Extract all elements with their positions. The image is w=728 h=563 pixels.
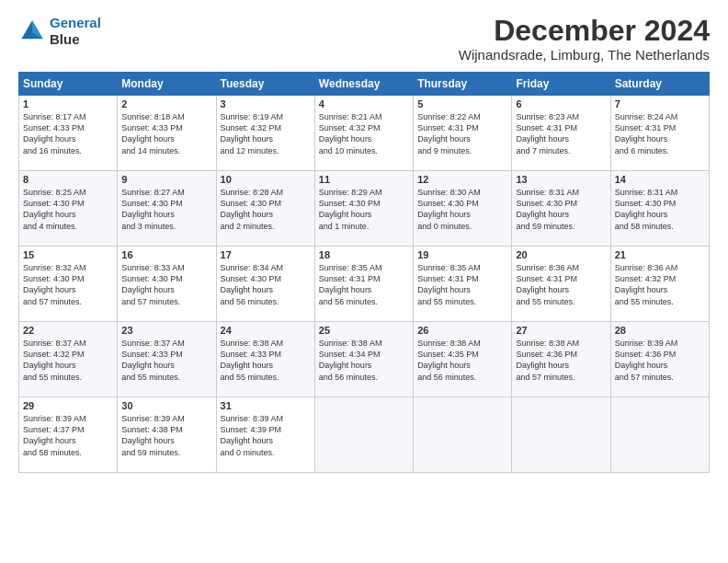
table-row: 18Sunrise: 8:35 AMSunset: 4:31 PMDayligh… (314, 247, 413, 322)
calendar-week-row: 15Sunrise: 8:32 AMSunset: 4:30 PMDayligh… (19, 247, 710, 322)
cell-content: Sunrise: 8:24 AMSunset: 4:31 PMDaylight … (615, 111, 705, 156)
day-number: 8 (23, 174, 113, 185)
logo-icon (18, 17, 46, 45)
table-row: 12Sunrise: 8:30 AMSunset: 4:30 PMDayligh… (414, 171, 512, 247)
day-number: 13 (516, 174, 606, 185)
title-block: December 2024 Wijnandsrade, Limburg, The… (459, 15, 710, 63)
cell-content: Sunrise: 8:37 AMSunset: 4:33 PMDaylight … (121, 338, 211, 383)
col-saturday: Saturday (610, 73, 709, 96)
table-row: 29Sunrise: 8:39 AMSunset: 4:37 PMDayligh… (19, 397, 118, 473)
cell-content: Sunrise: 8:36 AMSunset: 4:31 PMDaylight … (516, 262, 606, 307)
cell-content: Sunrise: 8:34 AMSunset: 4:30 PMDaylight … (221, 262, 311, 307)
table-row: 11Sunrise: 8:29 AMSunset: 4:30 PMDayligh… (314, 171, 413, 247)
cell-content: Sunrise: 8:18 AMSunset: 4:33 PMDaylight … (121, 111, 211, 156)
table-row (512, 397, 610, 473)
calendar-table: Sunday Monday Tuesday Wednesday Thursday… (18, 72, 710, 473)
day-number: 28 (615, 325, 705, 336)
table-row: 23Sunrise: 8:37 AMSunset: 4:33 PMDayligh… (118, 322, 216, 397)
table-row: 30Sunrise: 8:39 AMSunset: 4:38 PMDayligh… (118, 397, 216, 473)
day-number: 6 (516, 98, 606, 109)
day-number: 20 (516, 249, 606, 260)
cell-content: Sunrise: 8:39 AMSunset: 4:38 PMDaylight … (121, 413, 211, 458)
day-number: 1 (23, 98, 113, 109)
cell-content: Sunrise: 8:30 AMSunset: 4:30 PMDaylight … (417, 187, 507, 232)
day-number: 15 (23, 249, 113, 260)
day-number: 12 (417, 174, 507, 185)
cell-content: Sunrise: 8:38 AMSunset: 4:36 PMDaylight … (516, 338, 606, 383)
day-number: 18 (319, 249, 409, 260)
table-row (314, 397, 413, 473)
table-row: 17Sunrise: 8:34 AMSunset: 4:30 PMDayligh… (216, 247, 314, 322)
table-row: 27Sunrise: 8:38 AMSunset: 4:36 PMDayligh… (512, 322, 610, 397)
cell-content: Sunrise: 8:22 AMSunset: 4:31 PMDaylight … (417, 111, 507, 156)
table-row (610, 397, 709, 473)
day-number: 2 (121, 98, 211, 109)
header: General Blue December 2024 Wijnandsrade,… (18, 15, 710, 63)
table-row: 13Sunrise: 8:31 AMSunset: 4:30 PMDayligh… (512, 171, 610, 247)
table-row: 19Sunrise: 8:35 AMSunset: 4:31 PMDayligh… (414, 247, 512, 322)
table-row: 28Sunrise: 8:39 AMSunset: 4:36 PMDayligh… (610, 322, 709, 397)
cell-content: Sunrise: 8:29 AMSunset: 4:30 PMDaylight … (319, 187, 409, 232)
table-row: 20Sunrise: 8:36 AMSunset: 4:31 PMDayligh… (512, 247, 610, 322)
col-tuesday: Tuesday (216, 73, 314, 96)
table-row: 14Sunrise: 8:31 AMSunset: 4:30 PMDayligh… (610, 171, 709, 247)
cell-content: Sunrise: 8:37 AMSunset: 4:32 PMDaylight … (23, 338, 113, 383)
table-row: 9Sunrise: 8:27 AMSunset: 4:30 PMDaylight… (118, 171, 216, 247)
table-row: 15Sunrise: 8:32 AMSunset: 4:30 PMDayligh… (19, 247, 118, 322)
calendar-week-row: 29Sunrise: 8:39 AMSunset: 4:37 PMDayligh… (19, 397, 710, 473)
cell-content: Sunrise: 8:39 AMSunset: 4:39 PMDaylight … (221, 413, 311, 458)
cell-content: Sunrise: 8:35 AMSunset: 4:31 PMDaylight … (319, 262, 409, 307)
table-row: 31Sunrise: 8:39 AMSunset: 4:39 PMDayligh… (216, 397, 314, 473)
logo: General Blue (18, 15, 101, 48)
table-row: 8Sunrise: 8:25 AMSunset: 4:30 PMDaylight… (19, 171, 118, 247)
table-row: 1Sunrise: 8:17 AMSunset: 4:33 PMDaylight… (19, 96, 118, 171)
day-number: 29 (23, 400, 113, 411)
day-number: 14 (615, 174, 705, 185)
cell-content: Sunrise: 8:17 AMSunset: 4:33 PMDaylight … (23, 111, 113, 156)
cell-content: Sunrise: 8:31 AMSunset: 4:30 PMDaylight … (516, 187, 606, 232)
cell-content: Sunrise: 8:39 AMSunset: 4:36 PMDaylight … (615, 338, 705, 383)
calendar-header-row: Sunday Monday Tuesday Wednesday Thursday… (19, 73, 710, 96)
col-thursday: Thursday (414, 73, 512, 96)
subtitle: Wijnandsrade, Limburg, The Netherlands (459, 47, 710, 63)
cell-content: Sunrise: 8:28 AMSunset: 4:30 PMDaylight … (221, 187, 311, 232)
table-row: 10Sunrise: 8:28 AMSunset: 4:30 PMDayligh… (216, 171, 314, 247)
day-number: 7 (615, 98, 705, 109)
calendar-week-row: 8Sunrise: 8:25 AMSunset: 4:30 PMDaylight… (19, 171, 710, 247)
cell-content: Sunrise: 8:33 AMSunset: 4:30 PMDaylight … (121, 262, 211, 307)
page: General Blue December 2024 Wijnandsrade,… (0, 0, 728, 563)
day-number: 9 (121, 174, 211, 185)
table-row (414, 397, 512, 473)
cell-content: Sunrise: 8:21 AMSunset: 4:32 PMDaylight … (319, 111, 409, 156)
cell-content: Sunrise: 8:23 AMSunset: 4:31 PMDaylight … (516, 111, 606, 156)
calendar-week-row: 1Sunrise: 8:17 AMSunset: 4:33 PMDaylight… (19, 96, 710, 171)
month-title: December 2024 (459, 15, 710, 47)
day-number: 23 (121, 325, 211, 336)
cell-content: Sunrise: 8:27 AMSunset: 4:30 PMDaylight … (121, 187, 211, 232)
day-number: 4 (319, 98, 409, 109)
table-row: 3Sunrise: 8:19 AMSunset: 4:32 PMDaylight… (216, 96, 314, 171)
cell-content: Sunrise: 8:32 AMSunset: 4:30 PMDaylight … (23, 262, 113, 307)
table-row: 4Sunrise: 8:21 AMSunset: 4:32 PMDaylight… (314, 96, 413, 171)
cell-content: Sunrise: 8:25 AMSunset: 4:30 PMDaylight … (23, 187, 113, 232)
table-row: 16Sunrise: 8:33 AMSunset: 4:30 PMDayligh… (118, 247, 216, 322)
logo-text: General Blue (50, 15, 101, 48)
day-number: 27 (516, 325, 606, 336)
table-row: 22Sunrise: 8:37 AMSunset: 4:32 PMDayligh… (19, 322, 118, 397)
day-number: 10 (221, 174, 311, 185)
cell-content: Sunrise: 8:19 AMSunset: 4:32 PMDaylight … (221, 111, 311, 156)
day-number: 19 (417, 249, 507, 260)
day-number: 25 (319, 325, 409, 336)
table-row: 24Sunrise: 8:38 AMSunset: 4:33 PMDayligh… (216, 322, 314, 397)
day-number: 30 (121, 400, 211, 411)
day-number: 26 (417, 325, 507, 336)
table-row: 6Sunrise: 8:23 AMSunset: 4:31 PMDaylight… (512, 96, 610, 171)
col-friday: Friday (512, 73, 610, 96)
table-row: 26Sunrise: 8:38 AMSunset: 4:35 PMDayligh… (414, 322, 512, 397)
cell-content: Sunrise: 8:38 AMSunset: 4:34 PMDaylight … (319, 338, 409, 383)
day-number: 11 (319, 174, 409, 185)
table-row: 25Sunrise: 8:38 AMSunset: 4:34 PMDayligh… (314, 322, 413, 397)
day-number: 5 (417, 98, 507, 109)
day-number: 24 (221, 325, 311, 336)
day-number: 31 (221, 400, 311, 411)
